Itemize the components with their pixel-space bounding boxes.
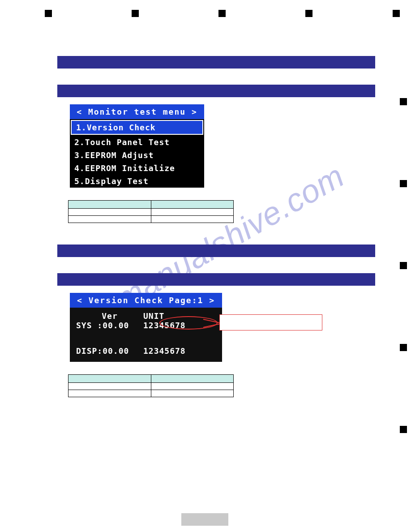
row-sys-label: SYS :00.00 xyxy=(76,321,143,330)
crop-mark xyxy=(45,10,52,17)
menu-item-touch-panel-test[interactable]: 2.Touch Panel Test xyxy=(70,136,204,149)
info-table-1 xyxy=(68,200,234,223)
page-footer-box xyxy=(181,513,228,526)
column-header-ver: Ver xyxy=(76,311,143,321)
menu-item-display-test[interactable]: 5.Display Test xyxy=(70,175,204,188)
menu-items: 1.Version Check 2.Touch Panel Test 3.EEP… xyxy=(70,120,204,188)
table-cell xyxy=(151,216,234,223)
table-cell xyxy=(68,383,151,390)
crop-mark xyxy=(400,262,407,269)
callout-pointer xyxy=(203,319,221,328)
table-header xyxy=(151,201,234,209)
section-bar xyxy=(57,245,375,257)
crop-mark xyxy=(400,98,407,105)
crop-mark xyxy=(400,180,407,187)
table-header xyxy=(151,375,234,383)
table-cell xyxy=(151,209,234,216)
crop-mark xyxy=(218,10,226,17)
crop-mark xyxy=(132,10,139,17)
crop-mark xyxy=(400,426,407,433)
page-content: < Monitor test menu > 1.Version Check 2.… xyxy=(57,56,375,397)
version-check-panel: < Version Check Page:1 > Ver UNIT SYS :0… xyxy=(70,293,222,362)
row-disp-label: DISP:00.00 xyxy=(76,346,143,356)
crop-mark xyxy=(400,344,407,351)
crop-mark xyxy=(305,10,313,17)
section-bar xyxy=(57,85,375,97)
menu-item-eeprom-initialize[interactable]: 4.EEPROM Initialize xyxy=(70,162,204,175)
table-cell xyxy=(151,390,234,397)
menu-item-version-check[interactable]: 1.Version Check xyxy=(71,120,203,135)
table-header xyxy=(68,375,151,383)
callout-box xyxy=(219,314,322,330)
table-cell xyxy=(68,209,151,216)
table-cell xyxy=(151,383,234,390)
monitor-test-menu: < Monitor test menu > 1.Version Check 2.… xyxy=(70,104,204,188)
table-cell xyxy=(68,390,151,397)
table-cell xyxy=(68,216,151,223)
menu-item-eeprom-adjust[interactable]: 3.EEPROM Adjust xyxy=(70,149,204,162)
section-bar xyxy=(57,56,375,69)
row-disp-unit: 12345678 xyxy=(143,346,206,356)
version-check-title: < Version Check Page:1 > xyxy=(70,293,222,308)
menu-title: < Monitor test menu > xyxy=(70,104,204,119)
table-header xyxy=(68,201,151,209)
crop-mark xyxy=(393,10,400,17)
section-bar xyxy=(57,273,375,286)
info-table-2 xyxy=(68,374,234,397)
